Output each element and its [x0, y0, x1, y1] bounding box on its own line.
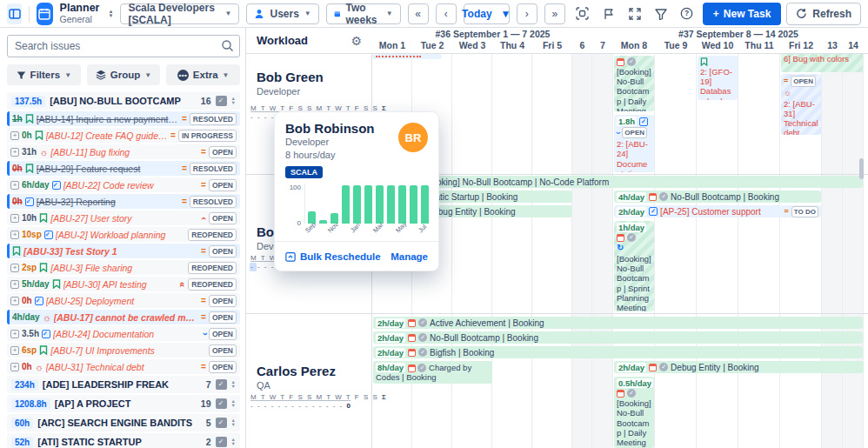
extra-button[interactable]: ••• Extra▼ — [166, 64, 240, 85]
event-daily-meeting[interactable]: ✓ [Booking] No-Bull Bootcamp | Daily Mee… — [614, 56, 654, 111]
schedule-icon[interactable]: ✓ — [216, 437, 227, 447]
issue-row-abu-12[interactable]: + 0h [ABU-12] Create FAQ guide on how ..… — [7, 128, 240, 143]
event-hours: 0.5h/day — [617, 378, 653, 388]
sidebar-collapse-button[interactable] — [7, 3, 22, 24]
focus-mode-button[interactable] — [572, 3, 593, 24]
schedule-icon[interactable]: ✓ — [216, 96, 227, 106]
issue-row-abu-25[interactable]: + 0h ✓ [ABU-25] Deployment = OPEN — [7, 293, 240, 308]
help-button[interactable]: ? — [677, 3, 698, 24]
new-task-button[interactable]: + New Task — [703, 3, 781, 25]
period-select[interactable]: Two weeks ▼ — [326, 3, 401, 24]
project-group-ati[interactable]: 52h [ATI] STATIC STARTUP 2 ✓ ▲▼ — [7, 433, 240, 448]
expander-icon[interactable]: + — [10, 131, 19, 140]
issue-row-abu-33[interactable]: [ABU-33] Test Story 1 = OPEN — [7, 244, 240, 258]
issue-row-abu-2[interactable]: + 10sp ✓ [ABU-2] Workload planning REOPE… — [7, 227, 240, 242]
prev-button[interactable]: ‹ — [436, 3, 457, 24]
sort-icon[interactable]: ▲▼ — [231, 418, 236, 427]
manage-link[interactable]: Manage — [391, 251, 428, 262]
schedule-icon[interactable]: ✓ — [216, 398, 227, 409]
priority-medium-icon: = — [201, 312, 206, 322]
event-bug-with-colors[interactable]: 6] Bug with colors — [781, 54, 863, 72]
app-subtitle: General — [60, 15, 100, 24]
issue-row-abu-27[interactable]: + 10h [ABU-27] User story ‹ OPEN — [7, 211, 240, 225]
event-active-achievement[interactable]: 2h/day ✓ Active Achievement | Booking — [373, 317, 863, 329]
bulk-reschedule-link[interactable]: Bulk Reschedule — [285, 251, 381, 262]
expander-icon[interactable]: + — [10, 330, 19, 338]
issue-row-abu-14[interactable]: 1h [ABU-14] Inquire a new payment system… — [7, 111, 240, 126]
issue-row-abu-7[interactable]: + 6sp [ABU-7] UI Improvements OPEN — [7, 343, 240, 358]
expander-icon[interactable]: + — [10, 264, 19, 272]
issue-row-abu-17[interactable]: 4h/day ☼ [ABU-17] cannot be crawled more… — [7, 310, 240, 324]
expander-icon[interactable]: + — [10, 181, 19, 190]
sort-icon[interactable]: ▲▼ — [231, 380, 236, 389]
event-no-bull-bootcamp-booking[interactable]: 4h/day ✓ No-Bull Bootcamp | Booking — [614, 191, 821, 203]
expander-icon[interactable]: + — [10, 231, 19, 239]
jump-next-button[interactable]: » — [544, 3, 565, 24]
user-name[interactable]: Bob Green — [257, 70, 324, 84]
event-sprint-planning[interactable]: 1h/day ✓ ↻ [Booking] No-Bull Bootcamp | … — [614, 221, 654, 311]
event-no-code-platform[interactable]: [Booking] No-Bull Bootcamp | No-Code Pla… — [373, 176, 863, 188]
issue-row-abu-22[interactable]: + 6h/day ✓ [ABU-22] Code review = OPEN — [7, 177, 240, 192]
today-button[interactable]: Today ▼ — [464, 3, 510, 24]
milestones-button[interactable] — [598, 3, 619, 24]
search-input[interactable] — [8, 36, 239, 57]
issue-row-abu-3[interactable]: + 2sp [ABU-3] File sharing REOPENED — [7, 260, 240, 275]
event-charged-by-codes[interactable]: 8h/day ✓ Charged by Codes | Booking — [373, 361, 492, 384]
status-badge: OPEN — [209, 344, 237, 357]
panel-title: Workload — [257, 34, 308, 47]
expander-icon[interactable]: + — [10, 214, 19, 223]
app-title-block[interactable]: Planner General — [60, 3, 100, 23]
expander-icon[interactable]: + — [10, 148, 19, 157]
jump-prev-button[interactable]: « — [408, 3, 429, 24]
project-group-arc[interactable]: 60h [ARC] SEARCH ENGINE BANDITS 5 ✓ ▲▼ — [7, 414, 240, 431]
users-select[interactable]: Users ▼ — [246, 3, 318, 24]
priority-medium-icon: = — [182, 164, 187, 173]
reschedule-icon — [285, 251, 296, 262]
event-debug-entity-w2[interactable]: 2h/day ✓ Debug Entity | Booking — [614, 361, 864, 373]
event-title: [Booking] No-Bull Bootcamp | Sprint Plan… — [617, 254, 651, 311]
filter-button[interactable] — [651, 3, 671, 24]
event-gfo-19[interactable]: 2: [GFO-19] Database backup — [698, 56, 738, 100]
sort-icon[interactable]: ▲▼ — [231, 438, 236, 446]
schedule-icon[interactable]: ✓ — [216, 418, 227, 428]
expander-icon[interactable]: + — [10, 280, 19, 289]
fullscreen-button[interactable] — [624, 3, 645, 24]
project-group-abu[interactable]: 137.5h [ABU] NO-BULL BOOTCAMP 16 ✓ ▲▼ — [7, 92, 240, 110]
filters-button[interactable]: Filters▼ — [7, 64, 81, 85]
refresh-button[interactable]: Refresh — [786, 3, 861, 25]
sort-icon[interactable]: ▲▼ — [231, 97, 236, 105]
issue-row-abu-24[interactable]: + 3.5h ✓ [ABU-24] Documentation ‹ OPEN — [7, 326, 240, 341]
status-badge: RESOLVED — [190, 163, 237, 175]
bug-icon: ☼ — [39, 148, 48, 157]
group-button[interactable]: Group▼ — [87, 64, 161, 85]
expander-icon[interactable]: + — [10, 363, 19, 371]
event-daily-meeting-2[interactable]: 0.5h/day ✓ [Booking] No-Bull Bootcamp | … — [614, 377, 654, 448]
workload-chart: 100 0 SepNovJanMarMayJul — [285, 184, 428, 239]
schedule-icon[interactable]: ✓ — [216, 379, 227, 390]
issue-row-abu-29[interactable]: 0h [ABU-29] Feature request = RESOLVED — [7, 161, 240, 176]
gear-icon[interactable]: ⚙ — [351, 34, 362, 48]
next-button[interactable]: › — [517, 3, 537, 24]
expander-icon[interactable]: + — [10, 297, 19, 305]
expander-icon[interactable]: + — [10, 346, 19, 355]
task-icon: ✓ — [649, 207, 658, 216]
more-options-icon: ••• — [177, 70, 189, 81]
team-select[interactable]: Scala Developers [SCALA] ▼ — [120, 3, 239, 24]
grid-column — [697, 54, 738, 448]
event-abu-24[interactable]: 1.8h✓ ‹OPEN 2: [ABU-24] Documentation — [614, 115, 654, 172]
app-switcher-chevrons-icon[interactable]: ▲▼ — [108, 10, 113, 18]
event-no-bull-bootcamp-booking-2[interactable]: 2h/day ✓ No-Bull Bootcamp | Booking — [373, 331, 863, 344]
vertical-scrollbar[interactable] — [859, 158, 864, 179]
sort-icon[interactable]: ▲▼ — [231, 399, 236, 408]
project-group-ade[interactable]: 234h [ADE] LEADERSHIP FREAK 7 ✓ ▲▼ — [7, 376, 240, 393]
event-bigfish[interactable]: 2h/day ✓ Bigfish | Booking — [373, 346, 863, 358]
issue-row-abu-11[interactable]: + 31h ☼ [ABU-11] Bug fixing = OPEN — [7, 144, 240, 159]
event-ap-25[interactable]: 2h/day ✓ [AP-25] Customer support = TO D… — [614, 205, 821, 217]
issue-row-abu-31[interactable]: + 0h ☼ [ABU-31] Technical debt = OPEN — [7, 359, 240, 374]
project-group-ap[interactable]: 1208.8h [AP] A PROJECT 19 ✓ ▲▼ — [7, 395, 240, 412]
clipped-event[interactable] — [372, 54, 442, 59]
event-abu-31[interactable]: =OPEN ☼ 2: [ABU-31] Technical debt — [781, 74, 821, 135]
user-name[interactable]: Carlos Perez — [257, 364, 336, 378]
issue-row-abu-30[interactable]: + 5h/day [ABU-30] API testing « REOPENED — [7, 277, 240, 291]
issue-row-abu-32[interactable]: 0h ✓ [ABU-32] Reporting = RESOLVED — [7, 194, 240, 209]
